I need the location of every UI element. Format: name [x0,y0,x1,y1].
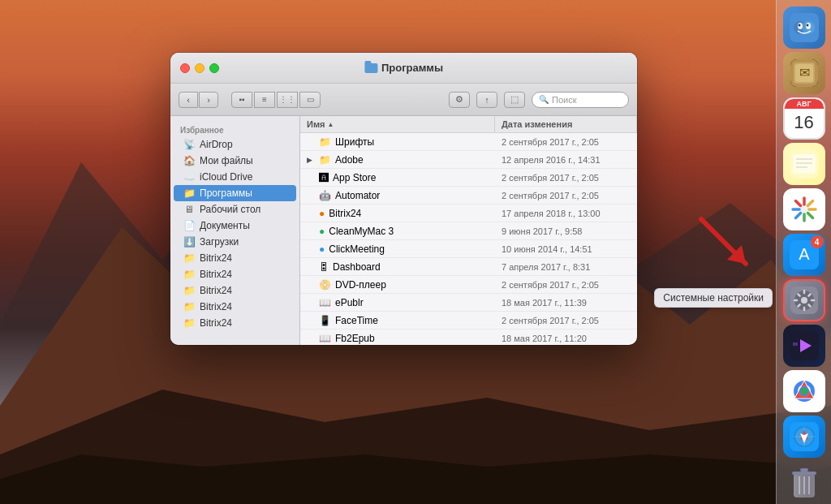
minimize-button[interactable] [195,63,205,73]
view-buttons: ▪▪ ≡ ⋮⋮ ▭ [231,92,321,108]
window-title: Программы [364,62,443,74]
table-row[interactable]: ● CleanMyMac 3 9 июня 2017 г., 9:58 [300,222,637,240]
list-view-button[interactable]: ≡ [254,92,275,108]
svg-rect-37 [793,342,798,346]
file-icon: ● [319,208,325,219]
dock-item-stamp[interactable]: ✉ [783,52,825,94]
table-row[interactable]: 📖 Fb2Epub 18 мая 2017 г., 11:20 [300,330,637,345]
svg-point-16 [798,24,800,27]
trash-icon [789,465,820,499]
table-row[interactable]: 🎛 Dashboard 7 апреля 2017 г., 8:31 [300,258,637,276]
dock-item-calendar[interactable]: АВГ 16 [783,97,825,140]
svg-rect-24 [793,154,816,174]
table-row[interactable]: 🤖 Automator 2 сентября 2017 г., 2:05 [300,187,637,205]
sidebar-item-programs[interactable]: 📁 Программы [174,185,296,201]
file-icon: 📖 [319,333,331,344]
red-arrow [693,211,758,276]
desktop-icon: 🖥 [183,204,195,215]
file-icon: 🎛 [319,261,329,273]
table-row[interactable]: ▶ 📁 Adobe 12 апреля 2016 г., 14:31 [300,151,637,169]
file-icon: 🅰 [319,172,329,183]
coverflow-view-button[interactable]: ▭ [299,92,321,108]
file-icon: 📀 [319,279,331,291]
photos-icon [790,195,819,224]
svg-text:A: A [799,245,810,263]
finder-icon [790,13,819,42]
back-button[interactable]: ‹ [179,92,198,108]
finder-window: Программы ‹ › ▪▪ ≡ ⋮⋮ ▭ ⚙ ↑ ⬚ 🔍 Поиск Из… [170,53,637,345]
dock-item-chrome[interactable] [783,370,825,412]
sort-arrow: ▲ [327,121,334,128]
search-icon: 🔍 [539,95,549,104]
airdrop-icon: 📡 [183,139,195,150]
dock-item-appstore[interactable]: A 4 [783,234,825,276]
downloads-icon: ⬇️ [183,236,195,248]
search-placeholder: Поиск [552,95,576,105]
dock-item-imovie[interactable] [783,325,825,367]
sidebar-item-bitrix3[interactable]: 📁 Bitrix24 [174,282,296,299]
sidebar-item-bitrix1[interactable]: 📁 Bitrix24 [174,250,296,266]
file-list[interactable]: Имя ▲ Дата изменения 📁 Шрифты 2 сентября… [300,116,637,345]
dock-item-safari[interactable] [783,416,825,458]
sidebar-item-bitrix5[interactable]: 📁 Bitrix24 [174,315,296,331]
content-area: Избранное 📡 AirDrop 🏠 Мои файлы ☁️ iClou… [170,116,637,345]
chrome-icon [790,377,819,406]
folder-icon [364,63,377,73]
file-icon: 📖 [319,297,331,308]
table-row[interactable]: 📱 FaceTime 2 сентября 2017 г., 2:05 [300,312,637,330]
sidebar-item-docs[interactable]: 📄 Документы [174,218,296,234]
close-button[interactable] [180,63,190,73]
svg-text:✉: ✉ [799,66,809,80]
column-view-button[interactable]: ⋮⋮ [277,92,298,108]
sidebar-item-bitrix4[interactable]: 📁 Bitrix24 [174,299,296,315]
table-row[interactable]: 📖 ePublr 18 мая 2017 г., 11:39 [300,294,637,312]
table-row[interactable]: 🅰 App Store 2 сентября 2017 г., 2:05 [300,169,637,187]
traffic-lights [180,63,219,73]
dock: ✉ АВГ 16 [776,0,831,504]
table-row[interactable]: ● Bitrix24 17 апреля 2018 г., 13:00 [300,205,637,222]
search-box[interactable]: 🔍 Поиск [532,92,629,108]
table-row[interactable]: 📁 Шрифты 2 сентября 2017 г., 2:05 [300,133,637,151]
sidebar-section-favorites: Избранное [170,123,299,136]
dock-item-photos[interactable] [783,188,825,230]
bitrix5-icon: 📁 [183,317,195,329]
svg-rect-52 [792,472,816,475]
sidebar-item-icloud[interactable]: ☁️ iCloud Drive [174,169,296,185]
svg-point-42 [800,388,807,395]
arrange-button[interactable]: ⚙ [449,92,470,108]
share-button[interactable]: ↑ [476,92,497,108]
dock-item-notes[interactable] [783,143,825,185]
col-header-name[interactable]: Имя ▲ [300,116,495,132]
file-list-header: Имя ▲ Дата изменения [300,116,637,133]
maximize-button[interactable] [209,63,219,73]
calendar-day: 16 [785,109,824,136]
sidebar-item-desktop[interactable]: 🖥 Рабочий стол [174,201,296,218]
forward-button[interactable]: › [199,92,218,108]
appstore-badge: 4 [811,235,824,248]
svg-point-17 [806,24,808,27]
table-row[interactable]: ● ClickMeeting 10 июня 2014 г., 14:51 [300,240,637,258]
sidebar: Избранное 📡 AirDrop 🏠 Мои файлы ☁️ iClou… [170,116,300,345]
tag-button[interactable]: ⬚ [504,92,525,108]
calendar-month: АВГ [785,99,824,109]
docs-icon: 📄 [183,220,195,231]
sidebar-item-downloads[interactable]: ⬇️ Загрузки [174,234,296,250]
icon-view-button[interactable]: ▪▪ [231,92,252,108]
sidebar-item-myfiles[interactable]: 🏠 Мои файлы [174,153,296,169]
file-icon: ● [319,226,325,237]
dock-item-finder[interactable] [783,6,825,49]
svg-point-34 [801,297,807,304]
dock-item-trash[interactable] [783,461,825,503]
col-header-date[interactable]: Дата изменения [495,116,637,132]
sidebar-item-airdrop[interactable]: 📡 AirDrop [174,136,296,153]
dock-item-syspref[interactable] [783,279,825,321]
sidebar-item-bitrix2[interactable]: 📁 Bitrix24 [174,266,296,282]
syspref-icon [790,286,818,314]
table-row[interactable]: 📀 DVD-плеер 2 сентября 2017 г., 2:05 [300,276,637,294]
bitrix2-icon: 📁 [183,269,195,280]
nav-buttons: ‹ › [179,92,218,108]
notes-icon [790,149,819,179]
icloud-icon: ☁️ [183,171,195,183]
myfiles-icon: 🏠 [183,155,195,166]
titlebar: Программы [170,53,637,84]
